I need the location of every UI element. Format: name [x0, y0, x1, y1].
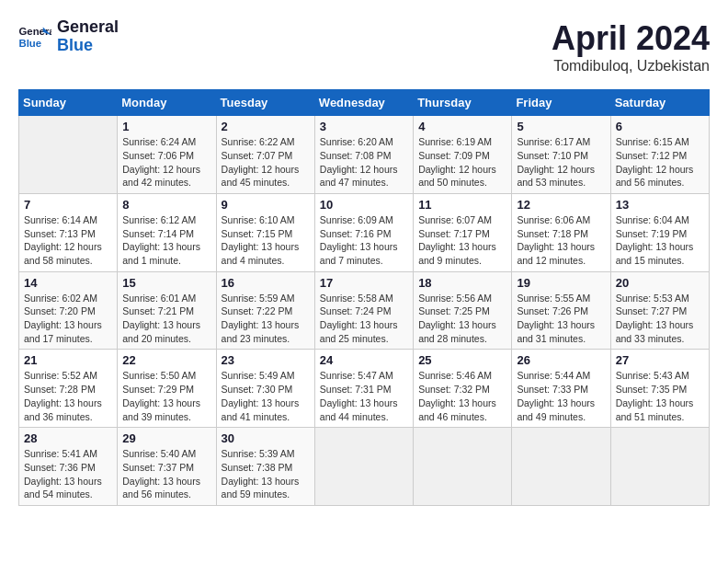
day-info: Sunrise: 6:20 AMSunset: 7:08 PMDaylight:… [320, 135, 408, 190]
day-info: Sunrise: 6:07 AMSunset: 7:17 PMDaylight:… [418, 213, 506, 268]
calendar-cell: 26Sunrise: 5:44 AMSunset: 7:33 PMDayligh… [512, 350, 610, 428]
day-number: 13 [616, 198, 704, 212]
day-number: 11 [418, 198, 506, 212]
day-info: Sunrise: 5:52 AMSunset: 7:28 PMDaylight:… [24, 369, 112, 423]
day-info: Sunrise: 6:10 AMSunset: 7:15 PMDaylight:… [222, 213, 310, 268]
week-row-4: 21Sunrise: 5:52 AMSunset: 7:28 PMDayligh… [19, 350, 710, 428]
day-number: 1 [122, 120, 210, 133]
day-info: Sunrise: 6:24 AMSunset: 7:06 PMDaylight:… [122, 135, 210, 190]
day-info: Sunrise: 6:09 AMSunset: 7:16 PMDaylight:… [320, 213, 408, 268]
day-info: Sunrise: 5:56 AMSunset: 7:25 PMDaylight:… [418, 292, 506, 346]
calendar-cell: 11Sunrise: 6:07 AMSunset: 7:17 PMDayligh… [414, 193, 512, 271]
logo-text-general: General [57, 18, 119, 37]
svg-text:Blue: Blue [19, 37, 42, 48]
calendar-cell: 23Sunrise: 5:49 AMSunset: 7:30 PMDayligh… [216, 350, 314, 428]
day-info: Sunrise: 6:22 AMSunset: 7:07 PMDaylight:… [222, 135, 310, 190]
day-number: 10 [320, 198, 408, 212]
day-info: Sunrise: 5:53 AMSunset: 7:27 PMDaylight:… [616, 292, 704, 346]
day-number: 22 [122, 353, 210, 367]
weekday-header-sunday: Sunday [19, 90, 118, 116]
weekday-header-row: SundayMondayTuesdayWednesdayThursdayFrid… [19, 90, 710, 116]
calendar-cell: 3Sunrise: 6:20 AMSunset: 7:08 PMDaylight… [314, 116, 413, 194]
calendar-cell: 7Sunrise: 6:14 AMSunset: 7:13 PMDaylight… [19, 193, 118, 271]
calendar-cell: 14Sunrise: 6:02 AMSunset: 7:20 PMDayligh… [19, 271, 118, 350]
day-number: 24 [320, 353, 408, 367]
day-info: Sunrise: 5:58 AMSunset: 7:24 PMDaylight:… [320, 292, 408, 346]
calendar-cell: 2Sunrise: 6:22 AMSunset: 7:07 PMDaylight… [216, 116, 314, 194]
day-info: Sunrise: 5:59 AMSunset: 7:22 PMDaylight:… [222, 292, 310, 346]
day-info: Sunrise: 5:40 AMSunset: 7:37 PMDaylight:… [122, 447, 210, 501]
day-info: Sunrise: 5:46 AMSunset: 7:32 PMDaylight:… [418, 369, 506, 423]
calendar-cell: 6Sunrise: 6:15 AMSunset: 7:12 PMDaylight… [610, 116, 709, 194]
calendar-cell: 27Sunrise: 5:43 AMSunset: 7:35 PMDayligh… [610, 350, 709, 428]
calendar-cell: 9Sunrise: 6:10 AMSunset: 7:15 PMDaylight… [216, 193, 314, 271]
calendar-cell [314, 428, 413, 506]
day-info: Sunrise: 6:14 AMSunset: 7:13 PMDaylight:… [24, 213, 112, 268]
logo-text-blue: Blue [57, 37, 119, 55]
calendar-cell: 17Sunrise: 5:58 AMSunset: 7:24 PMDayligh… [314, 271, 413, 350]
weekday-header-thursday: Thursday [414, 90, 512, 116]
calendar-cell: 22Sunrise: 5:50 AMSunset: 7:29 PMDayligh… [118, 350, 216, 428]
calendar-cell [19, 116, 118, 194]
calendar-cell: 25Sunrise: 5:46 AMSunset: 7:32 PMDayligh… [414, 350, 512, 428]
day-number: 9 [222, 198, 310, 212]
day-number: 16 [222, 276, 310, 290]
day-info: Sunrise: 6:19 AMSunset: 7:09 PMDaylight:… [418, 135, 506, 190]
calendar-cell: 16Sunrise: 5:59 AMSunset: 7:22 PMDayligh… [216, 271, 314, 350]
day-info: Sunrise: 5:47 AMSunset: 7:31 PMDaylight:… [320, 369, 408, 423]
week-row-5: 28Sunrise: 5:41 AMSunset: 7:36 PMDayligh… [19, 428, 710, 506]
week-row-1: 1Sunrise: 6:24 AMSunset: 7:06 PMDaylight… [19, 116, 710, 194]
day-number: 4 [418, 120, 506, 133]
weekday-header-friday: Friday [512, 90, 610, 116]
day-number: 12 [517, 198, 605, 212]
day-number: 3 [320, 120, 408, 133]
day-number: 23 [222, 353, 310, 367]
day-info: Sunrise: 5:44 AMSunset: 7:33 PMDaylight:… [517, 369, 605, 423]
calendar-cell: 8Sunrise: 6:12 AMSunset: 7:14 PMDaylight… [118, 193, 216, 271]
calendar-cell: 29Sunrise: 5:40 AMSunset: 7:37 PMDayligh… [118, 428, 216, 506]
calendar-cell [414, 428, 512, 506]
day-info: Sunrise: 6:06 AMSunset: 7:18 PMDaylight:… [517, 213, 605, 268]
weekday-header-monday: Monday [118, 90, 216, 116]
day-info: Sunrise: 5:55 AMSunset: 7:26 PMDaylight:… [517, 292, 605, 346]
weekday-header-saturday: Saturday [610, 90, 709, 116]
day-info: Sunrise: 5:49 AMSunset: 7:30 PMDaylight:… [222, 369, 310, 423]
week-row-2: 7Sunrise: 6:14 AMSunset: 7:13 PMDaylight… [19, 193, 710, 271]
day-info: Sunrise: 6:04 AMSunset: 7:19 PMDaylight:… [616, 213, 704, 268]
day-number: 18 [418, 276, 506, 290]
calendar-cell [610, 428, 709, 506]
calendar-cell: 15Sunrise: 6:01 AMSunset: 7:21 PMDayligh… [118, 271, 216, 350]
title-block: April 2024 Tomdibuloq, Uzbekistan [552, 18, 710, 75]
day-number: 7 [24, 198, 112, 212]
month-title: April 2024 [552, 18, 710, 58]
calendar-cell: 4Sunrise: 6:19 AMSunset: 7:09 PMDaylight… [414, 116, 512, 194]
day-number: 8 [122, 198, 210, 212]
day-info: Sunrise: 6:15 AMSunset: 7:12 PMDaylight:… [616, 135, 704, 190]
day-info: Sunrise: 5:39 AMSunset: 7:38 PMDaylight:… [222, 447, 310, 501]
calendar-cell: 28Sunrise: 5:41 AMSunset: 7:36 PMDayligh… [19, 428, 118, 506]
day-number: 26 [517, 353, 605, 367]
calendar-cell [512, 428, 610, 506]
day-info: Sunrise: 6:12 AMSunset: 7:14 PMDaylight:… [122, 213, 210, 268]
calendar-table: SundayMondayTuesdayWednesdayThursdayFrid… [18, 89, 710, 506]
day-info: Sunrise: 6:17 AMSunset: 7:10 PMDaylight:… [517, 135, 605, 190]
day-info: Sunrise: 6:02 AMSunset: 7:20 PMDaylight:… [24, 292, 112, 346]
day-info: Sunrise: 5:41 AMSunset: 7:36 PMDaylight:… [24, 447, 112, 501]
day-number: 27 [616, 353, 704, 367]
day-info: Sunrise: 5:43 AMSunset: 7:35 PMDaylight:… [616, 369, 704, 423]
day-number: 15 [122, 276, 210, 290]
day-number: 29 [122, 431, 210, 445]
day-number: 5 [517, 120, 605, 133]
day-number: 2 [222, 120, 310, 133]
calendar-cell: 13Sunrise: 6:04 AMSunset: 7:19 PMDayligh… [610, 193, 709, 271]
calendar-cell: 12Sunrise: 6:06 AMSunset: 7:18 PMDayligh… [512, 193, 610, 271]
day-number: 25 [418, 353, 506, 367]
calendar-cell: 19Sunrise: 5:55 AMSunset: 7:26 PMDayligh… [512, 271, 610, 350]
calendar-cell: 30Sunrise: 5:39 AMSunset: 7:38 PMDayligh… [216, 428, 314, 506]
day-info: Sunrise: 6:01 AMSunset: 7:21 PMDaylight:… [122, 292, 210, 346]
day-number: 30 [222, 431, 310, 445]
calendar-cell: 21Sunrise: 5:52 AMSunset: 7:28 PMDayligh… [19, 350, 118, 428]
calendar-cell: 18Sunrise: 5:56 AMSunset: 7:25 PMDayligh… [414, 271, 512, 350]
calendar-cell: 10Sunrise: 6:09 AMSunset: 7:16 PMDayligh… [314, 193, 413, 271]
calendar-cell: 20Sunrise: 5:53 AMSunset: 7:27 PMDayligh… [610, 271, 709, 350]
